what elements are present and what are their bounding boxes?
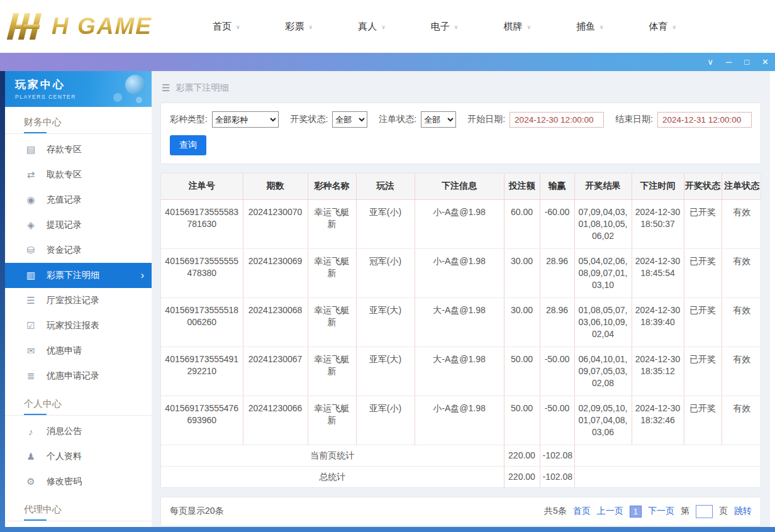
table-cell: 2024-12-30 18:45:54 <box>632 248 684 297</box>
table-cell: 亚军(大) <box>356 297 415 346</box>
sidebar-section-finance: 财务中心 <box>5 107 152 134</box>
site-header: H GAME 首页 ∨ 彩票 ∨ 真人 ∨ 电子 ∨ 棋牌 ∨ 捕鱼 ∨ 体育 … <box>0 0 775 53</box>
table-cell: 小-A盘@1.98 <box>415 199 504 248</box>
next-page-link[interactable]: 下一页 <box>648 506 674 517</box>
start-date-input[interactable] <box>510 112 604 128</box>
window-titlebar[interactable]: ∨ ─ □ ✕ <box>0 53 775 71</box>
sidebar-item-hall-bet-record[interactable]: ☰ 厅室投注记录 <box>5 288 152 313</box>
sidebar-item-recharge-record[interactable]: ◉ 充值记录 <box>5 187 152 213</box>
first-page-link[interactable]: 首页 <box>573 506 591 517</box>
column-header: 开奖状态 <box>684 174 722 199</box>
promo-ticket-icon: ✉ <box>25 345 36 357</box>
bell-icon: ♪ <box>25 426 36 437</box>
nav-item-label: 棋牌 <box>503 21 522 33</box>
table-cell: 30.00 <box>504 248 540 297</box>
sidebar-item-label: 充值记录 <box>47 194 82 206</box>
summary-winloss-total: -102.08 <box>540 445 574 466</box>
chevron-down-icon: ∨ <box>381 23 386 30</box>
summary-row-current-page: 当前页统计 220.00 -102.08 <box>161 445 761 466</box>
top-nav: 首页 ∨ 彩票 ∨ 真人 ∨ 电子 ∨ 棋牌 ∨ 捕鱼 ∨ 体育 ∨ <box>213 21 676 33</box>
total-count-text: 共5条 <box>544 506 567 517</box>
table-cell: 401569173555555478380 <box>161 248 243 297</box>
table-cell: 20241230068 <box>243 297 308 346</box>
deposit-card-icon: ▤ <box>25 144 36 155</box>
sidebar-item-promo-apply[interactable]: ✉ 优惠申请 <box>5 338 152 363</box>
window-close-icon[interactable]: ✕ <box>762 58 769 66</box>
nav-item-fishing[interactable]: 捕鱼 ∨ <box>576 21 604 33</box>
sidebar-item-deposit[interactable]: ▤ 存款专区 <box>5 137 152 162</box>
table-cell: 20241230069 <box>243 248 308 297</box>
nav-item-label: 彩票 <box>286 21 304 33</box>
table-cell: 亚军(小) <box>356 199 415 248</box>
chevron-down-icon: ∨ <box>672 23 677 30</box>
lottery-type-label: 彩种类型: <box>170 114 208 125</box>
column-header: 玩法 <box>356 174 415 199</box>
chevron-down-icon: ∨ <box>527 23 531 30</box>
table-row: 40156917355551800626020241230068幸运飞艇新亚军(… <box>161 297 761 346</box>
logo-hh-icon <box>6 12 45 41</box>
table-cell: 幸运飞艇新 <box>308 199 356 248</box>
sidebar-section-agent: 代理中心 <box>5 494 152 521</box>
window-body: 玩家中心 PLAYERS CENTER 财务中心 ▤ 存款专区 ⇄ 取款专区 ◉… <box>0 71 775 532</box>
nav-item-chess[interactable]: 棋牌 ∨ <box>503 21 531 33</box>
sidebar-item-promo-apply-record[interactable]: ≣ 优惠申请记录 <box>5 363 152 389</box>
nav-item-live[interactable]: 真人 ∨ <box>358 21 386 33</box>
section-label: 代理中心 <box>24 504 62 521</box>
prev-page-link[interactable]: 上一页 <box>597 506 623 517</box>
sidebar-item-label: 优惠申请记录 <box>47 370 99 382</box>
gear-icon: ⚙ <box>25 476 36 487</box>
sidebar-item-profile[interactable]: ♟ 个人资料 <box>5 444 152 469</box>
section-label: 个人中心 <box>24 398 62 415</box>
logo[interactable]: H GAME <box>6 12 189 41</box>
table-summary: 当前页统计 220.00 -102.08 总统计 220.00 -102.08 <box>161 445 761 487</box>
sidebar-item-player-bet-report[interactable]: ☑ 玩家投注报表 <box>5 313 152 338</box>
table-cell: 02,09,05,10,01,07,04,08,03,06 <box>574 396 632 445</box>
window-minimize-icon[interactable]: ─ <box>726 58 732 66</box>
bubbles-decoration-icon <box>125 75 145 95</box>
sidebar-item-funds-record[interactable]: ⛁ 资金记录 <box>5 238 152 263</box>
sidebar-item-label: 厅室投注记录 <box>47 295 99 306</box>
list-icon: ☰ <box>25 295 36 306</box>
report-check-icon: ☑ <box>25 320 36 331</box>
table-cell: 大-A盘@1.98 <box>415 297 504 346</box>
hamburger-icon[interactable]: ☰ <box>162 82 170 94</box>
order-status-select[interactable]: 全部 <box>421 111 456 128</box>
draw-status-label: 开奖状态: <box>290 114 328 125</box>
table-cell: 2024-12-30 18:39:40 <box>632 297 684 346</box>
window-maximize-icon[interactable]: □ <box>744 58 749 66</box>
table-cell: 50.00 <box>504 396 540 445</box>
nav-item-electronic[interactable]: 电子 ∨ <box>431 21 459 33</box>
table-cell: 401569173555518006260 <box>161 297 243 346</box>
sidebar-item-withdraw[interactable]: ⇄ 取款专区 <box>5 162 152 187</box>
window-collapse-icon[interactable]: ∨ <box>708 58 714 66</box>
filter-panel: 彩种类型: 全部彩种 开奖状态: 全部 注单状态: 全部 开始日期: 结束日期:… <box>160 103 761 164</box>
column-header: 下注时间 <box>632 174 684 199</box>
table-row: 40156917355558378163020241230070幸运飞艇新亚军(… <box>161 199 761 248</box>
current-page[interactable]: 1 <box>630 506 642 518</box>
sidebar-item-lottery-bet-detail[interactable]: ▥ 彩票下注明细 › <box>5 263 152 288</box>
chevron-down-icon: ∨ <box>599 23 604 30</box>
nav-item-sports[interactable]: 体育 ∨ <box>649 21 677 33</box>
end-date-input[interactable] <box>657 112 752 128</box>
nav-item-lottery[interactable]: 彩票 ∨ <box>286 21 313 33</box>
money-bag-icon: ⛁ <box>25 245 36 256</box>
bet-detail-table: 注单号期数彩种名称玩法下注信息投注额输赢开奖结果下注时间开奖状态注单状态 401… <box>161 174 761 487</box>
sidebar-item-label: 优惠申请 <box>47 345 82 357</box>
search-button[interactable]: 查询 <box>170 135 206 155</box>
page-jump-input[interactable] <box>696 505 713 518</box>
sidebar-item-change-password[interactable]: ⚙ 修改密码 <box>5 469 152 494</box>
lottery-type-select[interactable]: 全部彩种 <box>212 111 279 128</box>
nav-item-home[interactable]: 首页 ∨ <box>213 21 240 33</box>
table-cell: 已开奖 <box>684 297 722 346</box>
column-header: 输赢 <box>540 174 574 199</box>
draw-status-select[interactable]: 全部 <box>332 111 367 128</box>
column-header: 注单状态 <box>722 174 761 199</box>
column-header: 彩种名称 <box>308 174 356 199</box>
table-cell: 有效 <box>722 297 761 346</box>
sidebar-item-announcements[interactable]: ♪ 消息公告 <box>5 419 152 444</box>
jump-suffix-text: 页 <box>719 506 728 517</box>
table-row: 40156917355549129221020241230067幸运飞艇新亚军(… <box>161 346 761 396</box>
sidebar-item-withdrawal-record[interactable]: ◈ 提现记录 <box>5 213 152 238</box>
jump-button[interactable]: 跳转 <box>734 506 752 517</box>
table-cell: 401569173555583781630 <box>161 199 243 248</box>
